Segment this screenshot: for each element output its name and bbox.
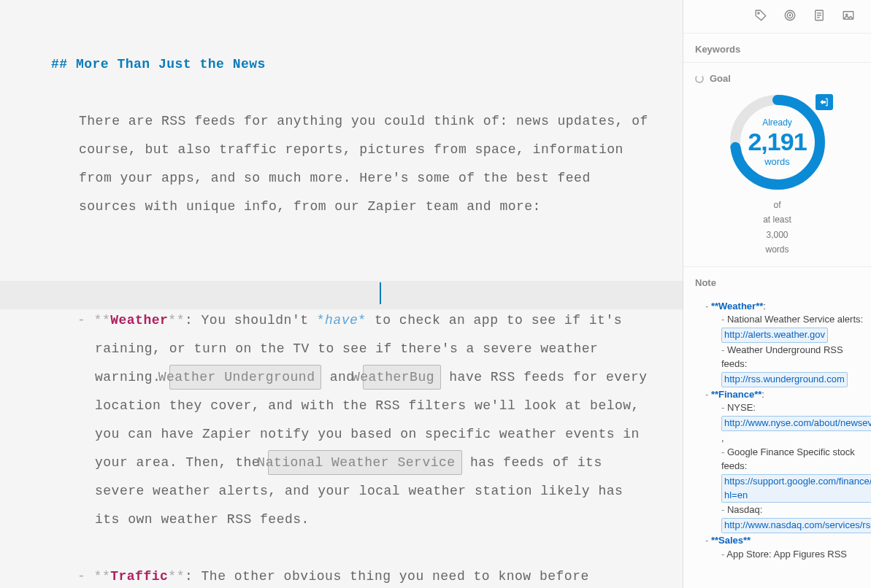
markdown-stars: ** — [94, 569, 111, 584]
goal-count: 2,191 — [748, 128, 806, 156]
tag-icon[interactable] — [754, 9, 767, 24]
goal-words-label: words — [764, 156, 790, 167]
note-line: - Google Finance Specific stock feeds: h… — [695, 446, 864, 503]
note-line: - NYSE: http://www.nyse.com/about/newsev… — [695, 401, 864, 446]
goal-widget: Already 2,191 words of at least 3,000 wo… — [683, 88, 871, 267]
markdown-stars: ** — [168, 313, 185, 328]
svg-point-2 — [787, 12, 793, 18]
markdown-heading: ## More Than Just the News — [51, 57, 266, 71]
note-dash: - — [721, 344, 727, 355]
note-dash: - — [705, 301, 711, 312]
goal-ring-text: Already 2,191 words — [726, 91, 829, 193]
refresh-icon — [695, 74, 704, 83]
link-token[interactable]: National Weather Service — [268, 450, 461, 475]
target-icon[interactable] — [783, 9, 797, 24]
sidebar: Keywords Goal Already 2,191 words of at … — [683, 0, 871, 588]
goal-sub-wordslabel: words — [683, 242, 871, 257]
bullet-dash: - — [77, 313, 94, 328]
goal-sub-atleast: at least — [683, 212, 871, 227]
note-line: - National Weather Service alerts: http:… — [695, 313, 864, 344]
note-dash: - — [721, 314, 727, 325]
note-body[interactable]: - **Weather**:- National Weather Service… — [683, 295, 871, 576]
link-token[interactable]: WeatherBug — [363, 365, 441, 390]
note-dash: - — [721, 549, 726, 560]
note-bold: **Sales** — [711, 535, 751, 546]
text-cursor — [380, 282, 381, 304]
bullet-dash: - — [77, 569, 94, 584]
svg-point-3 — [789, 15, 791, 16]
note-link[interactable]: http://www.nasdaq.com/services/rss.aspx — [721, 518, 871, 533]
bold-label: Weather — [110, 313, 168, 328]
note-line: - **Weather**: — [695, 300, 864, 314]
bullet-list: - **Weather**: You shouldn't *have* to c… — [51, 278, 653, 588]
goal-sub-text: of at least 3,000 words — [683, 198, 871, 258]
markdown-istar: * — [317, 313, 325, 328]
markdown-stars: ** — [168, 569, 185, 584]
goal-sub-target: 3,000 — [683, 228, 871, 242]
note-line: - App Store: App Figures RSS — [695, 548, 864, 562]
note-header[interactable]: Note — [683, 267, 871, 295]
svg-point-1 — [785, 10, 795, 20]
note-line: - **Sales** — [695, 534, 864, 548]
note-dash: - — [721, 446, 727, 457]
editor-pane[interactable]: ## More Than Just the News There are RSS… — [0, 0, 683, 588]
share-icon[interactable] — [816, 94, 833, 110]
note-icon[interactable] — [813, 9, 826, 24]
markdown-istar: * — [358, 313, 366, 328]
editor-content[interactable]: ## More Than Just the News There are RSS… — [0, 0, 683, 588]
italic-text: have — [325, 313, 358, 328]
note-dash: - — [721, 504, 727, 515]
intro-paragraph: There are RSS feeds for anything you cou… — [51, 107, 653, 221]
goal-already-label: Already — [762, 117, 792, 128]
goal-progress-ring: Already 2,191 words — [726, 91, 829, 193]
heading-text: More Than Just the News — [76, 57, 266, 71]
bold-label: Traffic — [110, 569, 168, 584]
note-line: - **Finance**: — [695, 388, 864, 402]
markdown-stars: ** — [94, 313, 111, 328]
goal-label: Goal — [710, 73, 731, 84]
note-link[interactable]: http://rss.wunderground.com — [721, 372, 848, 387]
note-link[interactable]: https://support.google.com/finance/answe… — [721, 474, 871, 503]
goal-header[interactable]: Goal — [683, 63, 871, 88]
note-dash: - — [705, 389, 711, 400]
image-icon[interactable] — [842, 9, 855, 24]
sidebar-tabs — [683, 0, 871, 34]
keywords-header[interactable]: Keywords — [683, 34, 871, 63]
link-token[interactable]: Weather Underground — [169, 365, 322, 390]
list-item: - **Weather**: You shouldn't *have* to c… — [95, 306, 653, 534]
note-dash: - — [705, 535, 711, 546]
note-link[interactable]: http://alerts.weather.gov — [721, 328, 828, 343]
note-dash: - — [721, 402, 727, 413]
list-item: - **Traffic**: The other obvious thing y… — [95, 562, 653, 588]
note-line: - Nasdaq: http://www.nasdaq.com/services… — [695, 503, 864, 534]
goal-sub-of: of — [683, 198, 871, 212]
text-run: : You shouldn't — [185, 313, 317, 328]
note-bold: **Finance** — [711, 389, 761, 400]
note-link[interactable]: http://www.nyse.com/about/newsevents/114… — [721, 416, 871, 431]
svg-point-0 — [758, 12, 759, 14]
note-line: - Weather Underground RSS feeds: http://… — [695, 344, 864, 388]
note-bold: **Weather** — [711, 301, 763, 312]
heading-prefix: ## — [51, 57, 76, 71]
